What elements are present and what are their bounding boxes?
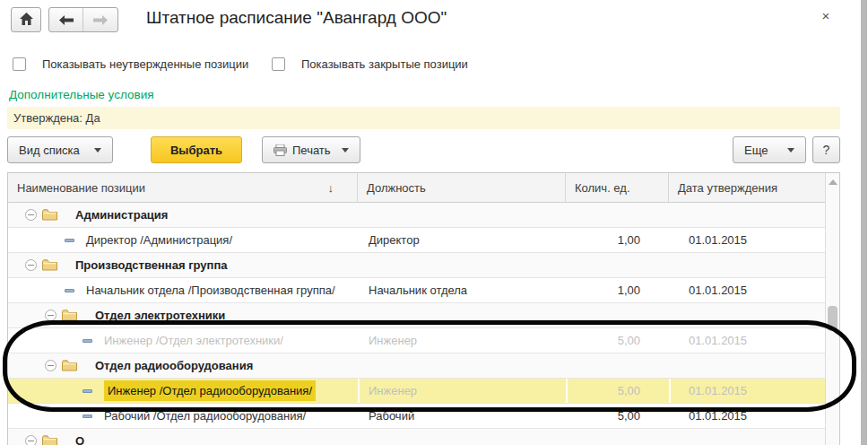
table-row[interactable]: Начальник отдела /Производственная групп… bbox=[8, 278, 825, 303]
approval-date bbox=[669, 303, 825, 327]
name-cell: Рабочий /Отдел радиооборудования/ bbox=[8, 404, 358, 428]
collapse-icon[interactable] bbox=[45, 310, 56, 321]
chevron-down-icon bbox=[94, 148, 101, 153]
print-label-wrap: Печать bbox=[273, 144, 331, 157]
position-title bbox=[358, 253, 566, 277]
more-label: Еще bbox=[744, 144, 768, 157]
collapse-icon[interactable] bbox=[45, 360, 56, 371]
folder-icon bbox=[42, 259, 57, 271]
print-label: Печать bbox=[292, 144, 331, 157]
header-date[interactable]: Дата утверждения bbox=[669, 173, 825, 202]
position-name: Производственная группа bbox=[75, 258, 227, 272]
position-title: Инженер bbox=[358, 328, 566, 353]
quantity-value: 1,00 bbox=[566, 278, 669, 302]
show-unapproved-label: Показывать неутвержденные позиции bbox=[42, 57, 248, 71]
quantity-value bbox=[566, 203, 669, 227]
name-cell: Инженер /Отдел радиооборудования/ bbox=[8, 379, 358, 403]
print-button[interactable]: Печать bbox=[262, 136, 360, 163]
approval-date bbox=[669, 253, 825, 277]
approved-status-bar: Утверждена: Да bbox=[7, 107, 840, 129]
vertical-scrollbar[interactable] bbox=[825, 173, 839, 445]
select-label: Выбрать bbox=[170, 144, 222, 157]
table-row[interactable]: Инженер /Отдел радиооборудования/ Инжене… bbox=[8, 379, 825, 404]
help-button[interactable]: ? bbox=[812, 136, 840, 163]
scrollbar-thumb[interactable] bbox=[828, 306, 838, 331]
position-name: Рабочий /Отдел радиооборудования/ bbox=[104, 409, 306, 423]
position-name: Инженер /Отдел электротехники/ bbox=[104, 334, 283, 347]
header-position[interactable]: Должность bbox=[358, 173, 566, 202]
show-closed-checkbox[interactable] bbox=[272, 57, 285, 71]
quantity-value: 5,00 bbox=[566, 379, 669, 403]
name-cell: Отдел радиооборудования bbox=[8, 353, 358, 378]
view-list-button[interactable]: Вид списка bbox=[7, 136, 113, 163]
item-dash-icon bbox=[65, 289, 74, 292]
item-dash-icon bbox=[65, 239, 74, 242]
collapse-icon[interactable] bbox=[25, 259, 37, 271]
more-button[interactable]: Еще bbox=[733, 136, 806, 163]
approval-date bbox=[669, 203, 825, 227]
position-title bbox=[358, 303, 566, 327]
quantity-value: 5,00 bbox=[566, 328, 669, 353]
table-row[interactable]: Инженер /Отдел электротехники/ Инженер 5… bbox=[8, 328, 825, 353]
name-cell: О bbox=[8, 429, 358, 445]
name-cell: Начальник отдела /Производственная групп… bbox=[8, 278, 358, 302]
name-cell: Администрация bbox=[8, 203, 358, 227]
group-row[interactable]: О bbox=[8, 429, 825, 445]
app-window: Штатное расписание "Авангард ООО" × Пока… bbox=[0, 0, 868, 445]
item-dash-icon bbox=[82, 389, 92, 393]
position-name: Начальник отдела /Производственная групп… bbox=[86, 284, 335, 297]
group-row[interactable]: Производственная группа bbox=[8, 253, 825, 278]
name-cell: Отдел электротехники bbox=[8, 303, 358, 327]
home-button[interactable] bbox=[11, 7, 41, 32]
group-row[interactable]: Отдел электротехники bbox=[8, 303, 825, 328]
collapse-icon[interactable] bbox=[25, 209, 37, 221]
additional-conditions-link[interactable]: Дополнительные условия bbox=[9, 88, 154, 101]
page-title: Штатное расписание "Авангард ООО" bbox=[146, 8, 447, 28]
quantity-value bbox=[566, 353, 669, 378]
position-title: Начальник отдела bbox=[358, 278, 566, 302]
folder-icon bbox=[42, 209, 57, 221]
sort-descending-icon[interactable]: ↓ bbox=[328, 181, 334, 195]
group-row[interactable]: Администрация bbox=[8, 203, 825, 228]
chevron-down-icon bbox=[342, 148, 349, 153]
collapse-icon[interactable] bbox=[25, 435, 37, 445]
table-header-row: Наименование позиции ↓ Должность Колич. … bbox=[8, 173, 825, 203]
name-cell: Директор /Администрация/ bbox=[8, 228, 358, 252]
show-unapproved-checkbox[interactable] bbox=[13, 57, 26, 71]
printer-icon bbox=[273, 144, 287, 156]
header-name[interactable]: Наименование позиции ↓ bbox=[8, 173, 358, 202]
table-row[interactable]: Директор /Администрация/ Директор 1,00 0… bbox=[8, 228, 825, 253]
group-row[interactable]: Отдел радиооборудования bbox=[8, 353, 825, 379]
quantity-value bbox=[566, 253, 669, 277]
back-button[interactable] bbox=[49, 8, 83, 31]
approval-date bbox=[669, 429, 825, 445]
scroll-up-icon[interactable] bbox=[829, 179, 838, 185]
folder-icon bbox=[42, 435, 57, 445]
quantity-value bbox=[566, 303, 669, 327]
name-cell: Инженер /Отдел электротехники/ bbox=[8, 328, 358, 353]
select-button[interactable]: Выбрать bbox=[151, 136, 242, 163]
item-dash-icon bbox=[82, 339, 92, 343]
show-unapproved-checkbox-row[interactable]: Показывать неутвержденные позиции bbox=[13, 57, 248, 71]
folder-icon bbox=[62, 310, 77, 321]
close-icon[interactable]: × bbox=[818, 8, 834, 24]
position-name: Директор /Администрация/ bbox=[86, 233, 232, 247]
home-icon bbox=[20, 13, 33, 28]
window-right-border bbox=[861, 0, 867, 445]
show-closed-checkbox-row[interactable]: Показывать закрытые позиции bbox=[272, 57, 468, 71]
item-dash-icon bbox=[82, 414, 92, 418]
quantity-value: 1,00 bbox=[566, 228, 669, 252]
staff-table: Наименование позиции ↓ Должность Колич. … bbox=[7, 172, 840, 445]
approval-date: 01.01.2015 bbox=[669, 228, 825, 252]
history-nav bbox=[48, 7, 118, 32]
table-row[interactable]: Рабочий /Отдел радиооборудования/ Рабочи… bbox=[8, 404, 825, 429]
quantity-value: 5,00 bbox=[566, 404, 669, 428]
position-title bbox=[358, 203, 566, 227]
forward-button[interactable] bbox=[83, 8, 117, 31]
approval-date: 01.01.2015 bbox=[669, 328, 825, 353]
header-quantity[interactable]: Колич. ед. bbox=[566, 173, 669, 202]
name-cell: Производственная группа bbox=[8, 253, 358, 277]
back-icon bbox=[59, 15, 74, 25]
quantity-value bbox=[566, 429, 669, 445]
forward-icon bbox=[93, 15, 108, 25]
